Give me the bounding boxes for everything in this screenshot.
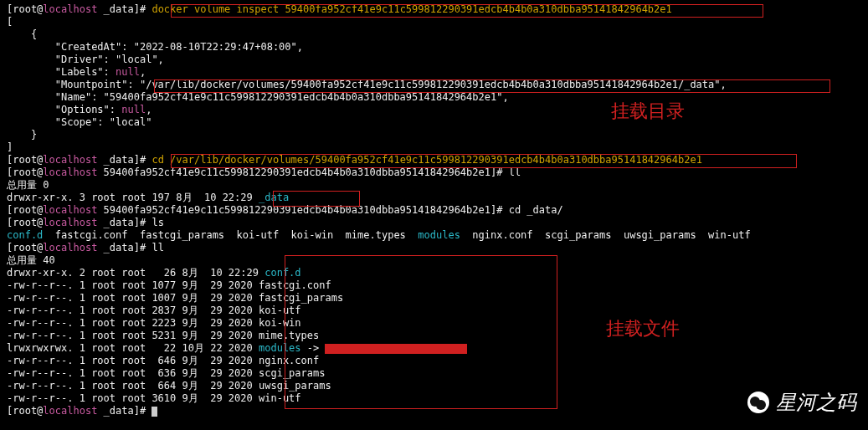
ls-name: scgi_params [259,367,325,379]
prompt-user: [root@ [7,166,43,178]
prompt-host: localhost [43,166,97,178]
json-comma: ", [714,79,726,90]
prompt-host: localhost [43,3,97,15]
ls-perm: -rw-r--r--. 1 root root 2837 9月 29 2020 [7,305,259,316]
ls-perm: -rw-r--r--. 1 root root 5231 9月 29 2020 [7,330,259,341]
wechat-icon [747,392,769,413]
prompt-user: [root@ [7,242,43,253]
prompt-host: localhost [43,154,97,166]
watermark-text: 星河之码 [776,397,856,409]
cmd-ll2: ll [152,242,163,253]
json-comma: ", [496,91,508,103]
json-null: null [116,66,140,78]
ls-perm: -rw-r--r--. 1 root root 2223 9月 29 2020 [7,317,259,329]
ls-name: modules [259,342,301,354]
cursor [152,407,157,417]
json-comma: , [140,66,146,78]
cmd-ls: ls [152,217,163,228]
prompt-dir: _data]# [97,405,152,417]
json-mountpoint: /var/lib/docker/volumes/59400fa952cf41e9… [146,79,714,90]
ls-files2: nginx.conf scgi_params uwsgi_params win-… [460,229,751,241]
ls-perm: -rw-r--r--. 1 root root 1077 9月 29 2020 [7,279,259,291]
prompt-user: [root@ [7,3,43,15]
ls-perm: -rw-r--r--. 1 root root 3610 9月 29 2020 [7,392,259,404]
json-name-key: "Name": " [7,91,110,103]
json-null: null [121,104,146,115]
prompt-user: [root@ [7,154,43,166]
json-options-key: "Options": [7,104,121,115]
ls-confd: conf.d [7,229,43,241]
prompt-user: [root@ [7,204,43,216]
prompt-dir: _data]# [97,3,152,15]
ls-name: conf.d [265,267,300,279]
json-labels-key: "Labels": [7,66,116,78]
json-scope: "Scope": "local" [7,116,152,128]
json-driver: "Driver": "local", [7,54,164,65]
ls-name: koi-utf [259,305,301,316]
json-name-val: 59400fa952cf41e9c11c599812290391edcb4b4b… [110,91,496,103]
prompt-host: localhost [43,242,97,253]
json-brace: { [7,28,37,40]
ls-perm: -rw-r--r--. 1 root root 636 9月 29 2020 [7,367,259,379]
cmd-cd-arg: /var/lib/docker/volumes/59400fa952cf41e9… [170,154,702,166]
prompt-dir: _data]# [97,217,152,228]
json-mount-key: "Mountpoint": " [7,79,146,90]
ls-name: mime.types [259,330,319,341]
prompt-dir: 59400fa952cf41e9c11c599812290391edcb4b4b… [97,204,508,216]
ls-name: koi-win [259,317,301,329]
cmd-docker-inspect: docker volume inspect [152,3,285,15]
json-close: ] [7,141,13,153]
watermark: 星河之码 [747,392,856,413]
prompt-user: [root@ [7,217,43,228]
prompt-dir: _data]# [97,154,152,166]
ls-perm: -rw-r--r--. 1 root root 1007 9月 29 2020 [7,292,259,304]
cmd-arg-volume: 59400fa952cf41e9c11c599812290391edcb4b4b… [285,3,671,15]
ls-files: fastcgi.conf fastcgi_params koi-utf koi-… [43,229,418,241]
json-open: [ [7,16,13,28]
ls-perm: drwxr-xr-x. 2 root root 26 8月 10 22:29 [7,267,265,279]
ls-name: nginx.conf [259,355,319,366]
ls-perm: -rw-r--r--. 1 root root 664 9月 29 2020 [7,380,259,392]
json-comma: , [146,104,152,115]
total-line: 总用量 40 [7,254,55,266]
prompt-host: localhost [43,217,97,228]
ls-perm: lrwxrwxrwx. 1 root root 22 10月 22 2020 [7,342,259,354]
ls-perm: -rw-r--r--. 1 root root 646 9月 29 2020 [7,355,259,366]
ls-perm: drwxr-xr-x. 3 root root 197 8月 10 22:29 [7,192,259,203]
ls-name: uwsgi_params [259,380,331,392]
ls-name: win-utf [259,392,301,404]
total-line: 总用量 0 [7,179,49,191]
terminal[interactable]: [root@localhost _data]# docker volume in… [7,3,861,417]
json-brace: } [7,129,37,141]
cmd-cd: cd [152,154,170,166]
ls-name: fastcgi.conf [259,279,331,291]
prompt-host: localhost [43,405,97,417]
prompt-dir: _data]# [97,242,152,253]
cmd-cd-data: cd _data/ [509,204,563,216]
dir-data: _data [259,192,289,203]
ls-name: fastcgi_params [259,292,343,304]
prompt-dir: 59400fa952cf41e9c11c599812290391edcb4b4b… [97,166,508,178]
redacted-target [325,344,467,354]
ls-modules: modules [418,229,460,241]
json-createdat: "CreatedAt": "2022-08-10T22:29:47+08:00"… [7,41,303,53]
cmd-ll: ll [509,166,521,178]
prompt-user: [root@ [7,405,43,417]
prompt-host: localhost [43,204,97,216]
ls-arrow: -> [301,342,326,354]
